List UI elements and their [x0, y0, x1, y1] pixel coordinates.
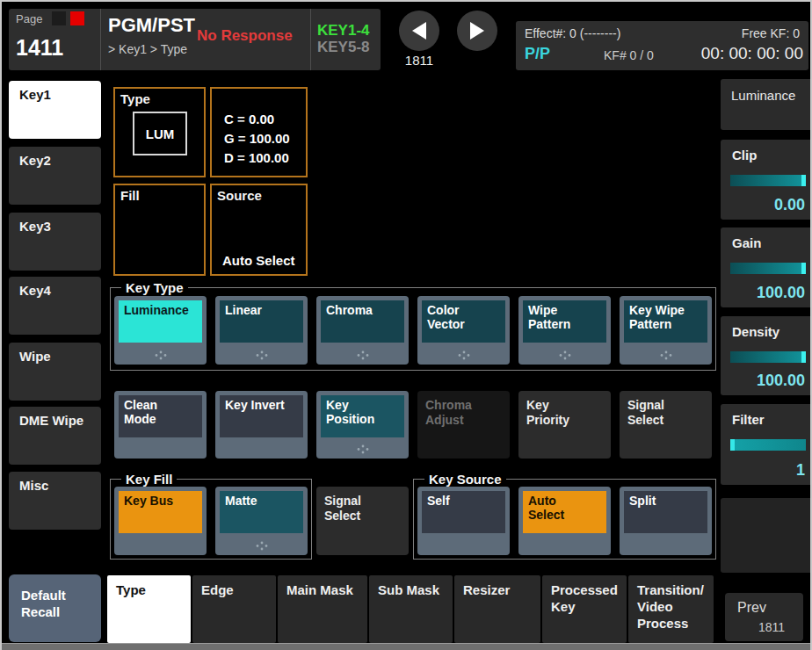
tab-edge[interactable]: Edge — [192, 575, 276, 643]
arrow-right-icon — [470, 22, 484, 40]
key-type-chroma-button[interactable]: Chroma — [316, 296, 409, 365]
param-filter[interactable]: Filter 1 — [721, 404, 812, 485]
clip-gain-density-values: C = 0.00 G = 100.00 D = 100.00 — [224, 110, 290, 168]
button-label: Self — [422, 491, 505, 533]
sidebar-item-label: DME Wipe — [19, 413, 83, 428]
prev-number: 1811 — [758, 620, 785, 634]
pattern-dots-icon — [255, 541, 269, 551]
sidebar-item-label: Key4 — [19, 283, 51, 298]
key-invert-button[interactable]: Key Invert — [215, 391, 308, 459]
switcher-menu-screen: Page 1411 PGM/PST No Response > Key1 > T… — [0, 0, 812, 650]
breadcrumb: > Key1 > Type — [108, 42, 187, 56]
param-value: 1 — [796, 461, 805, 480]
type-status-box[interactable]: Type LUM — [113, 87, 206, 177]
key-fill-matte-button[interactable]: Matte — [215, 487, 308, 555]
no-response-alert: No Response — [197, 27, 293, 45]
kf-counter: KF# 0 / 0 — [604, 48, 654, 62]
key-type-legend: Key Type — [121, 280, 188, 295]
sidebar-item-label: Wipe — [19, 349, 51, 364]
sidebar-item-label: Key1 — [19, 87, 51, 102]
button-label: Chroma — [321, 300, 404, 343]
source-box-value: Auto Select — [222, 253, 295, 268]
key-position-button[interactable]: Key Position — [316, 391, 409, 459]
param-value: 0.00 — [774, 196, 805, 214]
button-label: Key Wipe Pattern — [624, 300, 707, 343]
key-source-split-button[interactable]: Split — [620, 487, 712, 555]
fill-box-label: Fill — [120, 188, 140, 203]
prev-page-button[interactable] — [399, 11, 439, 51]
key-bank-inactive[interactable]: KEY5-8 — [317, 39, 370, 56]
source-status-box[interactable]: Source Auto Select — [210, 184, 308, 276]
tab-resizer[interactable]: Resizer — [454, 575, 540, 643]
gain-slider — [730, 263, 806, 274]
key-type-luminance-button[interactable]: Luminance — [114, 296, 207, 365]
free-kf-count: Free KF: 0 — [742, 26, 800, 40]
chroma-adjust-button: Chroma Adjust — [417, 391, 510, 459]
key-fill-key-bus-button[interactable]: Key Bus — [114, 487, 207, 555]
sidebar-item-wipe[interactable]: Wipe — [9, 343, 101, 401]
tab-label: Resizer — [463, 582, 510, 597]
signal-select-button[interactable]: Signal Select — [620, 391, 712, 459]
key-source-legend: Key Source — [424, 472, 506, 487]
clip-slider — [730, 175, 806, 186]
key-type-key-wipe-pattern-button[interactable]: Key Wipe Pattern — [620, 296, 712, 365]
tab-main-mask[interactable]: Main Mask — [278, 575, 367, 643]
sidebar-item-misc[interactable]: Misc — [9, 472, 101, 530]
prev-menu-button[interactable]: Prev 1811 — [725, 593, 803, 641]
sidebar-item-dme-wipe[interactable]: DME Wipe — [9, 407, 101, 465]
key-priority-button[interactable]: Key Priority — [518, 391, 611, 459]
clean-mode-button[interactable]: Clean Mode — [114, 391, 207, 459]
param-value: 100.00 — [757, 372, 805, 390]
button-label: Linear — [220, 300, 303, 343]
pattern-dots-icon — [356, 444, 370, 454]
key-fill-legend: Key Fill — [121, 472, 177, 487]
type-box-label: Type — [120, 91, 150, 106]
tab-transition-video-process[interactable]: Transition/ Video Process — [628, 575, 714, 643]
nav-page-number: 1811 — [394, 53, 445, 68]
timecode: 00: 00: 00: 00 — [701, 44, 803, 63]
default-recall-button[interactable]: Default Recall — [9, 574, 101, 642]
slider-cap — [801, 263, 806, 274]
tab-type[interactable]: Type — [107, 575, 191, 643]
param-value: 100.00 — [757, 284, 805, 302]
button-label: Luminance — [119, 300, 202, 343]
key-bank-active[interactable]: KEY1-4 — [317, 22, 370, 40]
top-status-panel: Page 1411 PGM/PST No Response > Key1 > T… — [9, 9, 381, 70]
tab-label: Main Mask — [286, 582, 353, 597]
param-label: Filter — [732, 412, 765, 427]
tab-processed-key[interactable]: Processed Key — [542, 575, 627, 643]
key-source-self-button[interactable]: Self — [417, 487, 510, 555]
slider-cap — [730, 439, 735, 451]
bus-mode: P/P — [525, 45, 550, 63]
key-source-auto-select-button[interactable]: Auto Select — [518, 487, 611, 555]
button-label: Key Bus — [119, 491, 202, 533]
pattern-dots-icon — [659, 350, 673, 360]
param-gain[interactable]: Gain 100.00 — [721, 228, 812, 307]
sidebar-item-key2[interactable]: Key2 — [9, 147, 101, 205]
param-density[interactable]: Density 100.00 — [721, 316, 812, 395]
page-number: 1411 — [16, 35, 63, 61]
key-type-color-vector-button[interactable]: Color Vector — [417, 296, 510, 365]
tab-sub-mask[interactable]: Sub Mask — [369, 575, 453, 643]
key-type-linear-button[interactable]: Linear — [215, 296, 308, 365]
params-status-box[interactable]: C = 0.00 G = 100.00 D = 100.00 — [210, 87, 308, 177]
param-clip[interactable]: Clip 0.00 — [721, 140, 812, 220]
status-indicator-red-icon — [70, 11, 84, 25]
key-fill-signal-select-button[interactable]: Signal Select — [316, 487, 409, 555]
sidebar-item-label: Key3 — [19, 219, 51, 234]
key-type-wipe-pattern-button[interactable]: Wipe Pattern — [518, 296, 611, 365]
slider-cap — [801, 175, 806, 186]
sidebar-item-key4[interactable]: Key4 — [9, 277, 101, 335]
effect-number: Effect#: 0 (--------) — [525, 26, 620, 40]
right-panel-empty-slot — [721, 498, 812, 573]
fill-status-box[interactable]: Fill — [113, 184, 206, 276]
next-page-button[interactable] — [457, 11, 497, 51]
button-label: Matte — [220, 491, 303, 533]
param-label: Density — [732, 324, 779, 339]
tab-label: Edge — [201, 582, 234, 597]
button-label: Split — [624, 491, 707, 533]
sidebar-item-key1[interactable]: Key1 — [9, 81, 101, 139]
sidebar-item-key3[interactable]: Key3 — [9, 213, 101, 271]
button-label: Auto Select — [523, 491, 606, 533]
tab-label: Type — [116, 582, 146, 597]
